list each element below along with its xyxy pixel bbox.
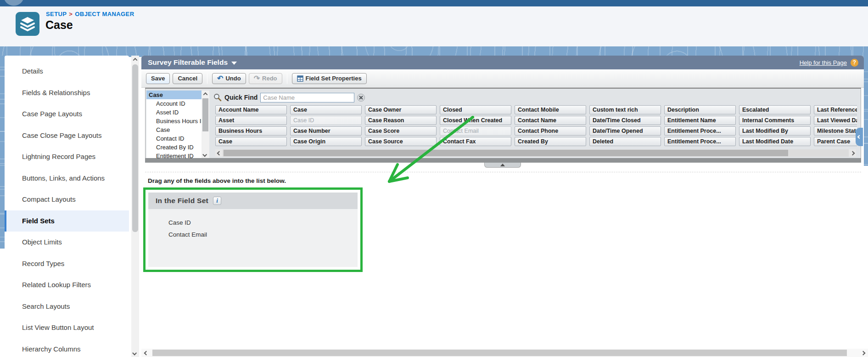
sidebar-item-record-types[interactable]: Record Types <box>5 253 129 275</box>
tree-item-created-by-id[interactable]: Created By ID <box>146 143 202 152</box>
listbox-scroll-down-button[interactable] <box>202 151 209 158</box>
field-chip-case-owner[interactable]: Case Owner <box>365 105 437 114</box>
breadcrumb-setup[interactable]: SETUP <box>46 11 67 17</box>
sidebar-item-compact-layouts[interactable]: Compact Layouts <box>5 189 129 210</box>
global-nav-strip <box>0 0 868 6</box>
tree-item-asset-id[interactable]: Asset ID <box>146 108 202 117</box>
field-chip-custom-text-rich[interactable]: Custom text rich <box>589 105 661 114</box>
page-scrollbar-thumb[interactable] <box>152 350 847 356</box>
tree-item-contact-id[interactable]: Contact ID <box>146 134 202 143</box>
field-chip-case-origin[interactable]: Case Origin <box>290 137 362 146</box>
field-chip-last-referenced-date[interactable]: Last Referenced Date <box>814 105 857 114</box>
field-chip-milestone-status[interactable]: Milestone Status <box>814 126 857 136</box>
save-button[interactable]: Save <box>146 73 170 84</box>
palette-horizontal-scrollbar[interactable] <box>215 149 856 157</box>
field-set-properties-button[interactable]: Field Set Properties <box>292 73 367 84</box>
field-chip-contact-mobile[interactable]: Contact Mobile <box>515 105 586 114</box>
sidebar-item-field-sets[interactable]: Field Sets <box>5 210 129 232</box>
breadcrumb-object-manager[interactable]: OBJECT MANAGER <box>75 11 134 17</box>
field-chip-description[interactable]: Description <box>664 105 736 114</box>
sidebar-item-case-page-layouts[interactable]: Case Page Layouts <box>5 103 129 125</box>
sidebar-item-fields-relationships[interactable]: Fields & Relationships <box>5 82 129 104</box>
clear-search-icon[interactable] <box>357 94 365 102</box>
chevron-up-icon <box>133 58 138 62</box>
vertical-scrollbar[interactable] <box>131 56 139 357</box>
sidebar-item-buttons-links-and-actions[interactable]: Buttons, Links, and Actions <box>5 168 129 189</box>
field-chip-parent-case[interactable]: Parent Case <box>814 137 857 146</box>
palette-scroll-left-button[interactable] <box>215 149 223 157</box>
sidebar-item-search-layouts[interactable]: Search Layouts <box>5 296 129 317</box>
help-for-this-page-link[interactable]: Help for this Page <box>800 59 847 66</box>
in-field-set-title: In the Field Set <box>156 197 208 205</box>
quick-find-input[interactable] <box>260 93 354 102</box>
field-chip-deleted[interactable]: Deleted <box>589 137 661 146</box>
field-chip-case[interactable]: Case <box>290 105 362 114</box>
vertical-scrollbar-thumb[interactable] <box>132 64 138 232</box>
object-tree-listbox[interactable]: CaseAccount IDAsset IDBusiness Hours IDC… <box>146 91 202 158</box>
tree-item-entitlement-id[interactable]: Entitlement ID <box>146 152 202 158</box>
field-chip-internal-comments[interactable]: Internal Comments <box>739 116 811 125</box>
tree-item-account-id[interactable]: Account ID <box>146 99 202 108</box>
field-chip-asset[interactable]: Asset <box>215 116 287 125</box>
undo-button[interactable]: ↶ Undo <box>212 73 246 84</box>
scroll-up-button[interactable] <box>131 56 139 63</box>
palette-expand-tab[interactable] <box>856 128 863 146</box>
field-set-item-case-id[interactable]: Case ID <box>168 219 358 226</box>
sidebar-item-case-close-page-layouts[interactable]: Case Close Page Layouts <box>5 125 129 147</box>
sidebar-item-lightning-record-pages[interactable]: Lightning Record Pages <box>5 146 129 168</box>
field-chip-business-hours[interactable]: Business Hours <box>215 126 287 136</box>
help-icon[interactable]: ? <box>851 59 858 67</box>
tree-item-business-hours-id[interactable]: Business Hours ID <box>146 117 202 125</box>
page-horizontal-scrollbar[interactable] <box>141 349 868 357</box>
sidebar-item-list-view-button-layout[interactable]: List View Button Layout <box>5 317 129 339</box>
sidebar-item-object-limits[interactable]: Object Limits <box>5 232 129 253</box>
tree-root-case[interactable]: Case <box>146 91 202 99</box>
field-chip-escalated[interactable]: Escalated <box>739 105 811 114</box>
listbox-scroll-up-button[interactable] <box>202 91 209 97</box>
sidebar-item-hierarchy-columns[interactable]: Hierarchy Columns <box>5 339 129 357</box>
field-chip-account-name[interactable]: Account Name <box>215 105 287 114</box>
field-chip-case[interactable]: Case <box>215 137 287 146</box>
tree-item-case[interactable]: Case <box>146 125 202 134</box>
field-chip-closed[interactable]: Closed <box>440 105 511 114</box>
listbox-scrollbar-thumb[interactable] <box>202 98 208 131</box>
palette-scrollbar-thumb[interactable] <box>224 150 788 156</box>
field-chip-contact-phone[interactable]: Contact Phone <box>515 126 586 136</box>
field-grid-column: Case OwnerCase ReasonCase ScoreCase Sour… <box>365 105 437 147</box>
field-grid-column: DescriptionEntitlement NameEntitlement P… <box>664 105 736 147</box>
palette-bottom-edge <box>145 158 861 163</box>
field-chip-contact-fax[interactable]: Contact Fax <box>440 137 511 146</box>
page-scroll-right-button[interactable] <box>859 349 867 357</box>
field-chip-entitlement-proce[interactable]: Entitlement Proce... <box>664 137 736 146</box>
scroll-down-button[interactable] <box>131 349 139 357</box>
field-chip-last-modified-by[interactable]: Last Modified By <box>739 126 811 136</box>
palette-scroll-right-button[interactable] <box>849 149 856 157</box>
section-divider <box>145 172 861 172</box>
field-chip-entitlement-name[interactable]: Entitlement Name <box>664 116 736 125</box>
title-dropdown-caret-icon[interactable] <box>231 62 237 65</box>
field-chip-case-source[interactable]: Case Source <box>365 137 437 146</box>
field-chip-closed-when-created[interactable]: Closed When Created <box>440 116 511 125</box>
listbox-scrollbar[interactable] <box>202 91 209 158</box>
page-scroll-left-button[interactable] <box>142 349 150 357</box>
field-chip-last-modified-date[interactable]: Last Modified Date <box>739 137 811 146</box>
field-chip-case-reason[interactable]: Case Reason <box>365 116 437 125</box>
info-icon[interactable]: i <box>213 197 221 205</box>
field-chip-date-time-opened[interactable]: Date/Time Opened <box>589 126 661 136</box>
in-field-set-list[interactable]: Case IDContact Email <box>148 209 358 267</box>
palette-collapse-handle[interactable] <box>484 163 521 168</box>
drag-instruction-text: Drag any of the fields above into the li… <box>148 177 286 184</box>
field-chip-last-viewed-date[interactable]: Last Viewed Date <box>814 116 857 125</box>
field-chip-case-number[interactable]: Case Number <box>290 126 362 136</box>
cancel-button[interactable]: Cancel <box>173 73 202 84</box>
editor-toolbar: Save Cancel ↶ Undo ↷ Redo Field Set Prop… <box>141 69 864 88</box>
redo-button[interactable]: ↷ Redo <box>249 73 282 84</box>
field-chip-entitlement-proce[interactable]: Entitlement Proce... <box>664 126 736 136</box>
field-chip-date-time-closed[interactable]: Date/Time Closed <box>589 116 661 125</box>
field-chip-created-by[interactable]: Created By <box>515 137 586 146</box>
sidebar-item-related-lookup-filters[interactable]: Related Lookup Filters <box>5 274 129 296</box>
field-chip-case-score[interactable]: Case Score <box>365 126 437 136</box>
field-chip-contact-name[interactable]: Contact Name <box>515 116 586 125</box>
field-set-item-contact-email[interactable]: Contact Email <box>168 231 358 238</box>
sidebar-item-details[interactable]: Details <box>5 61 129 82</box>
